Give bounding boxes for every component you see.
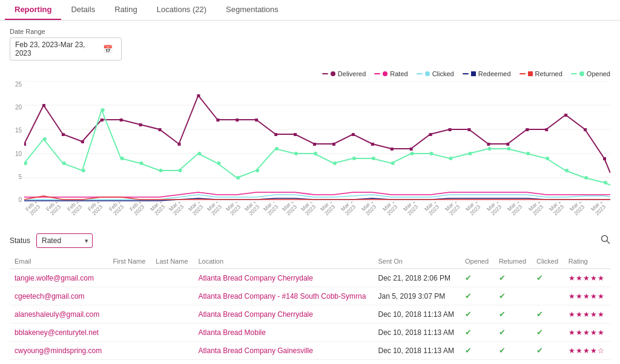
cell-location[interactable]: Atlanta Bread Mobile (194, 323, 374, 342)
cell-email[interactable]: bblakeney@centurytel.net (10, 323, 108, 342)
table-row: cgeetech@gmail.com Atlanta Bread Company… (10, 287, 610, 305)
date-range-label: Date Range (10, 28, 610, 35)
svg-point-56 (391, 161, 395, 165)
svg-point-60 (468, 152, 472, 155)
search-icon[interactable] (601, 235, 610, 247)
col-opened: Opened (460, 254, 494, 269)
svg-rect-6 (24, 143, 26, 146)
check-mark: ✔ (536, 328, 543, 337)
calendar-icon: 📅 (103, 45, 113, 54)
check-mark: ✔ (499, 291, 506, 301)
cell-rating: ★★★★★ (564, 305, 610, 323)
svg-rect-33 (545, 128, 548, 131)
svg-rect-20 (294, 133, 297, 136)
cell-lastname (151, 269, 193, 287)
tab-rating[interactable]: Rating (105, 0, 147, 20)
svg-rect-9 (81, 140, 84, 143)
svg-rect-7 (42, 104, 45, 107)
tab-locations[interactable]: Locations (22) (147, 0, 216, 20)
svg-rect-10 (101, 119, 104, 122)
col-senton: Sent On (374, 254, 460, 269)
svg-rect-30 (487, 143, 490, 146)
check-mark: ✔ (536, 346, 543, 355)
svg-rect-22 (332, 143, 335, 146)
col-returned: Returned (494, 254, 532, 269)
tab-details[interactable]: Details (61, 0, 105, 20)
svg-rect-29 (467, 128, 470, 131)
table-header: Email First Name Last Name Location Sent… (10, 254, 610, 269)
col-lastname: Last Name (151, 254, 193, 269)
svg-point-44 (159, 169, 163, 172)
legend-clicked: Clicked (417, 70, 454, 77)
svg-point-38 (43, 137, 47, 141)
svg-point-59 (449, 157, 453, 160)
y-axis: 25 20 15 10 5 0 (10, 81, 24, 220)
svg-rect-15 (197, 94, 200, 97)
svg-rect-8 (62, 133, 65, 136)
svg-rect-21 (313, 143, 316, 146)
svg-rect-31 (506, 143, 509, 146)
cell-email[interactable]: alaneshaleuly@gmail.com (10, 305, 108, 323)
svg-point-43 (140, 161, 143, 165)
cell-returned: ✔ (494, 287, 532, 305)
svg-rect-13 (159, 128, 162, 131)
cell-rating: ★★★★★ (564, 287, 610, 305)
svg-rect-36 (603, 157, 606, 160)
cell-email[interactable]: cwyoung@mindspring.com (10, 342, 108, 360)
svg-rect-34 (564, 114, 567, 117)
cell-firstname (108, 269, 151, 287)
star-rating: ★★★★★ (569, 292, 605, 301)
check-mark: ✔ (465, 328, 472, 337)
cell-location[interactable]: Atlanta Bread Company Cherrydale (194, 305, 374, 323)
svg-rect-11 (120, 119, 123, 122)
star-rating: ★★★★☆ (569, 346, 605, 355)
cell-lastname (151, 287, 193, 305)
cell-clicked: ✔ (532, 269, 564, 287)
cell-location[interactable]: Atlanta Bread Company - #148 South Cobb-… (194, 287, 374, 305)
date-range-picker[interactable]: Feb 23, 2023-Mar 23, 2023 📅 (10, 37, 122, 60)
svg-rect-12 (139, 123, 142, 126)
table-row: bblakeney@centurytel.net Atlanta Bread M… (10, 323, 610, 342)
cell-firstname (108, 305, 151, 323)
svg-point-57 (411, 152, 414, 155)
legend-clicked-label: Clicked (432, 70, 454, 77)
tab-reporting[interactable]: Reporting (5, 0, 61, 20)
svg-point-58 (430, 152, 434, 155)
cell-returned: ✔ (494, 323, 532, 342)
svg-point-67 (604, 181, 607, 184)
cell-senton: Jan 5, 2019 3:07 PM (374, 287, 460, 305)
cell-location[interactable]: Atlanta Bread Company Cherrydale (194, 269, 374, 287)
check-mark: ✔ (536, 310, 543, 319)
cell-email[interactable]: cgeetech@gmail.com (10, 287, 108, 305)
cell-opened: ✔ (460, 305, 494, 323)
svg-rect-19 (274, 133, 277, 136)
tab-segmentations[interactable]: Segmentations (216, 0, 288, 20)
cell-returned: ✔ (494, 342, 532, 360)
svg-point-61 (487, 147, 491, 151)
svg-line-69 (607, 241, 610, 244)
status-select[interactable]: Rated Delivered Opened Clicked Returned … (36, 233, 93, 248)
star-rating: ★★★★★ (569, 274, 605, 282)
date-range-value: Feb 23, 2023-Mar 23, 2023 (15, 41, 99, 57)
svg-point-39 (62, 161, 66, 165)
cell-clicked (532, 287, 564, 305)
col-rating: Rating (564, 254, 610, 269)
table-row: alaneshaleuly@gmail.com Atlanta Bread Co… (10, 305, 610, 323)
svg-point-55 (372, 157, 375, 160)
svg-rect-17 (236, 119, 239, 122)
cell-email[interactable]: tangie.wolfe@gmail.com (10, 269, 108, 287)
table-row: cwyoung@mindspring.com Atlanta Bread Com… (10, 342, 610, 360)
cell-clicked: ✔ (532, 342, 564, 360)
cell-opened: ✔ (460, 323, 494, 342)
check-mark: ✔ (465, 291, 472, 301)
legend-redeemed: Redeemed (463, 70, 511, 77)
cell-opened: ✔ (460, 269, 494, 287)
cell-location[interactable]: Atlanta Bread Company Gainesville (194, 342, 374, 360)
cell-firstname (108, 323, 151, 342)
cell-returned: ✔ (494, 305, 532, 323)
svg-point-63 (526, 152, 530, 155)
table-section: Email First Name Last Name Location Sent… (0, 254, 620, 360)
check-mark: ✔ (499, 328, 506, 337)
svg-point-49 (256, 169, 259, 172)
cell-rating: ★★★★★ (564, 323, 610, 342)
